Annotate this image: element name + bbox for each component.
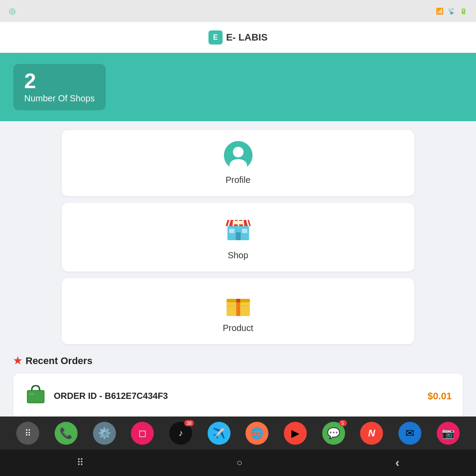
youtube-icon: ▶ [291,427,299,439]
header: E E- LABIS [0,22,476,53]
svg-rect-18 [236,299,240,302]
logo-icon: E [208,30,223,45]
section-title-text: Recent Orders [26,355,93,367]
signal-icon: 📶 [436,7,443,15]
tiktok-icon: ♪ [178,428,183,438]
app-settings[interactable]: ⚙️ [93,422,116,445]
mini-logo: ◎ [9,6,16,16]
star-icon: ★ [13,355,22,367]
app-snapchat[interactable]: ◻ [131,422,154,445]
profile-icon [224,141,253,171]
order-id-text: ORDER ID - B612E7C434F3 [54,391,168,401]
profile-card-inner: Profile [224,141,253,185]
app-telegram[interactable]: ✈️ [208,422,231,445]
app-youtube[interactable]: ▶ [284,422,307,445]
app-chrome[interactable]: 🌐 [245,422,268,445]
camera-icon: 📷 [442,427,455,439]
netflix-icon: N [368,428,375,439]
app-netflix[interactable]: N [360,422,383,445]
order-price: $0.01 [428,390,452,402]
shop-card-inner: Shop [224,214,253,260]
messages-icon: ✉ [405,427,414,439]
svg-rect-4 [236,232,241,240]
app-tiktok[interactable]: ♪ 38 [169,422,192,445]
svg-rect-5 [229,229,234,233]
chrome-icon: 🌐 [250,427,264,439]
product-icon [224,289,253,320]
shop-card[interactable]: Shop [62,203,414,271]
menu-cards: Profile [7,130,469,344]
settings-app-icon: ⚙️ [98,427,111,439]
app-logo: E E- LABIS [208,30,268,45]
whatsapp-badge: 5 [339,420,347,426]
shops-card: 2 Number Of Shops [13,64,106,110]
banner: 2 Number Of Shops [0,53,476,121]
product-card[interactable]: Product [62,278,414,344]
whatsapp-icon: 💬 [327,427,340,439]
app-messages[interactable]: ✉ [398,422,421,445]
profile-label: Profile [226,175,251,185]
svg-point-1 [233,147,243,157]
snap-icon: ◻ [138,428,146,439]
section-title: ★ Recent Orders [13,355,463,367]
app-camera[interactable]: 📷 [437,422,460,445]
product-card-inner: Product [223,289,253,333]
android-dots[interactable]: ⠿ [77,457,84,469]
order-bag-icon [24,382,47,410]
shop-icon [224,214,253,247]
product-label: Product [223,323,253,333]
shop-label: Shop [228,250,249,260]
wifi-icon: 📡 [448,7,455,15]
telegram-icon: ✈️ [212,427,226,439]
profile-card[interactable]: Profile [62,130,414,196]
app-name: E- LABIS [226,32,268,43]
shops-label: Number Of Shops [24,93,95,104]
svg-rect-13 [233,221,244,224]
svg-rect-21 [30,393,34,395]
android-home[interactable]: ○ [237,457,242,469]
order-id-row: ORDER ID - B612E7C434F3 [24,382,168,410]
order-header-row: ORDER ID - B612E7C434F3 $0.01 [24,382,452,410]
battery-icon: 🔋 [460,7,467,15]
app-phone[interactable]: 📞 [55,422,78,445]
android-nav-bar: ⠿ ○ ‹ [0,450,476,476]
tray-left: ◎ [9,6,16,16]
svg-rect-20 [28,391,44,402]
app-whatsapp[interactable]: 💬 5 [322,422,345,445]
android-back[interactable]: ‹ [395,456,399,470]
tiktok-badge: 38 [184,420,194,426]
app-tray: ⠿ 📞 ⚙️ ◻ ♪ 38 ✈️ 🌐 ▶ 💬 5 N ✉ 📷 [0,416,476,450]
app-grid[interactable]: ⠿ [16,422,39,445]
grid-icon: ⠿ [25,428,31,439]
svg-rect-6 [242,229,247,233]
shops-count: 2 [24,71,95,92]
system-tray: ◎ 📶 📡 🔋 [0,0,476,22]
phone-icon: 📞 [60,427,73,439]
tray-right: 📶 📡 🔋 [436,7,467,15]
